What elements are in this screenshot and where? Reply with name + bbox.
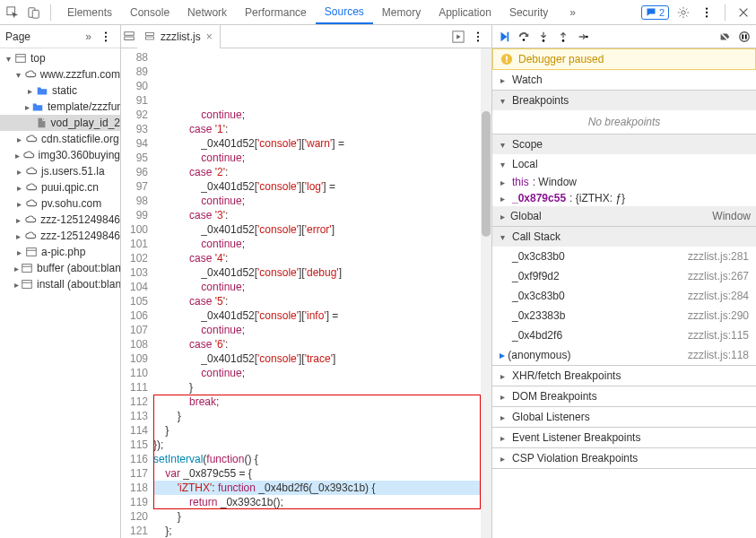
tree-item[interactable]: a-pic.php	[0, 244, 120, 260]
svg-point-27	[523, 39, 526, 41]
tabs-kebab-icon[interactable]	[470, 30, 486, 44]
code-line[interactable]: _0x401d52['console']['debug']	[153, 265, 491, 280]
tab-security[interactable]: Security	[500, 0, 557, 24]
cloud-icon	[25, 197, 38, 210]
code-line[interactable]: continue;	[153, 280, 491, 294]
code-line[interactable]: continue;	[153, 151, 491, 165]
navigator-kebab-icon[interactable]	[97, 28, 115, 46]
tab-console[interactable]: Console	[121, 0, 178, 24]
xhr-bp-section[interactable]: XHR/fetch Breakpoints	[492, 366, 756, 386]
code-line[interactable]: }	[153, 409, 491, 423]
scope-global[interactable]: GlobalWindow	[492, 206, 756, 226]
code-line[interactable]: continue;	[153, 108, 491, 122]
code-line[interactable]: var _0x879c55 = {	[153, 466, 491, 481]
resume-icon[interactable]	[498, 30, 510, 43]
tree-item[interactable]: install (about:blank)	[0, 276, 120, 292]
chat-badge[interactable]: 2	[641, 5, 669, 20]
code-line[interactable]: });	[153, 438, 491, 452]
csp-bp-section[interactable]: CSP Violation Breakpoints	[492, 448, 756, 468]
code-line[interactable]: break;	[153, 395, 491, 409]
pause-on-exception-icon[interactable]	[738, 30, 751, 43]
code-line[interactable]: }	[153, 509, 491, 524]
tree-item[interactable]: static	[0, 82, 120, 99]
code-line[interactable]: return _0x393c1b();	[153, 495, 491, 509]
code-line[interactable]: _0x401d52['console']['warn'] =	[153, 136, 491, 151]
run-snippet-icon[interactable]	[450, 30, 466, 44]
code-line[interactable]: };	[153, 524, 491, 538]
tree-item[interactable]: template/zzzfun	[0, 99, 120, 115]
tab-memory[interactable]: Memory	[373, 0, 430, 24]
scope-variable[interactable]: _0x879c55: {iZTHX: ƒ}	[492, 190, 756, 206]
scope-variable[interactable]: this: Window	[492, 174, 756, 190]
tree-item[interactable]: buffer (about:blank)	[0, 260, 120, 276]
tab-performance[interactable]: Performance	[236, 0, 316, 24]
tree-item[interactable]: js.users.51.la	[0, 163, 120, 179]
step-icon[interactable]	[577, 30, 589, 43]
tab-elements[interactable]: Elements	[58, 0, 121, 24]
step-into-icon[interactable]	[537, 30, 550, 43]
global-listeners-section[interactable]: Global Listeners	[492, 407, 756, 427]
callstack-section[interactable]: Call Stack	[492, 227, 756, 247]
code-line[interactable]: }	[153, 380, 491, 395]
code-line[interactable]: _0x401d52['console']['info'] =	[153, 308, 491, 323]
file-tree[interactable]: topwww.zzzfun.comstatictemplate/zzzfunvo…	[0, 48, 120, 292]
svg-rect-18	[125, 31, 135, 35]
step-out-icon[interactable]	[557, 30, 569, 43]
tab-more[interactable]: »	[560, 0, 585, 24]
file-menu-icon[interactable]	[121, 30, 137, 44]
code-line[interactable]: case '5':	[153, 294, 491, 308]
code-line[interactable]: continue;	[153, 366, 491, 380]
scope-local[interactable]: Local	[492, 154, 756, 174]
callstack-frame[interactable]: _0x4bd2f6zzzlist.js:115	[492, 325, 756, 345]
file-tab[interactable]: zzzlist.js ×	[137, 25, 221, 48]
scope-section[interactable]: Scope	[492, 134, 756, 154]
tree-item[interactable]: puui.qpic.cn	[0, 179, 120, 195]
callstack-frame[interactable]: _0x3c83b0zzzlist.js:281	[492, 247, 756, 266]
inspect-icon[interactable]	[4, 4, 22, 22]
code-line[interactable]: case '6':	[153, 337, 491, 351]
tab-application[interactable]: Application	[430, 0, 500, 24]
callstack-frame[interactable]: _0xf9f9d2zzzlist.js:267	[492, 266, 756, 286]
code-line[interactable]: _0x401d52['console']['error']	[153, 222, 491, 237]
event-listener-bp-section[interactable]: Event Listener Breakpoints	[492, 428, 756, 447]
tree-item[interactable]: www.zzzfun.com	[0, 66, 120, 82]
device-icon[interactable]	[25, 4, 43, 22]
vertical-scrollbar[interactable]	[481, 48, 491, 538]
kebab-icon[interactable]	[698, 4, 716, 22]
callstack-frame[interactable]: _0x3c83b0zzzlist.js:284	[492, 286, 756, 306]
code-line[interactable]: continue;	[153, 323, 491, 337]
tree-item[interactable]: zzz-1251249846	[0, 228, 120, 244]
code-line[interactable]: _0x401d52['console']['log'] =	[153, 179, 491, 194]
navigator-more[interactable]: »	[85, 30, 91, 43]
gear-icon[interactable]	[674, 4, 692, 22]
step-over-icon[interactable]	[517, 30, 530, 43]
code-line[interactable]: continue;	[153, 194, 491, 208]
deactivate-bp-icon[interactable]	[718, 30, 731, 43]
code-line[interactable]: case '4':	[153, 251, 491, 265]
close-icon[interactable]	[734, 4, 752, 22]
code-line[interactable]: setInterval(function() {	[153, 452, 491, 466]
code-line[interactable]: case '3':	[153, 208, 491, 222]
dom-bp-section[interactable]: DOM Breakpoints	[492, 386, 756, 406]
tab-close-icon[interactable]: ×	[206, 30, 213, 43]
tree-item[interactable]: img30.360buying	[0, 147, 120, 163]
tree-item[interactable]: top	[0, 50, 120, 66]
callstack-frame[interactable]: _0x23383bzzzlist.js:290	[492, 306, 756, 325]
code-line[interactable]: 'iZTHX': function _0x4bd2f6(_0x393c1b) {	[153, 481, 491, 495]
breakpoints-section[interactable]: Breakpoints	[492, 91, 756, 110]
code-line[interactable]: continue;	[153, 237, 491, 251]
tree-item[interactable]: vod_play_id_2	[0, 115, 120, 131]
tab-sources[interactable]: Sources	[316, 0, 373, 24]
code-editor[interactable]: 8889909192939495969798991001011021031041…	[121, 48, 491, 538]
tree-item[interactable]: pv.sohu.com	[0, 195, 120, 212]
code-line[interactable]: _0x401d52['console']['trace']	[153, 351, 491, 366]
code-line[interactable]: case '2':	[153, 165, 491, 179]
watch-section[interactable]: Watch	[492, 70, 756, 90]
code-line[interactable]: case '1':	[153, 122, 491, 136]
tree-item[interactable]: cdn.staticfile.org	[0, 131, 120, 147]
svg-point-28	[543, 39, 545, 42]
tree-item[interactable]: zzz-1251249846	[0, 212, 120, 228]
callstack-frame[interactable]: (anonymous)zzzlist.js:118	[492, 345, 756, 365]
tab-network[interactable]: Network	[178, 0, 236, 24]
code-line[interactable]: }	[153, 423, 491, 438]
